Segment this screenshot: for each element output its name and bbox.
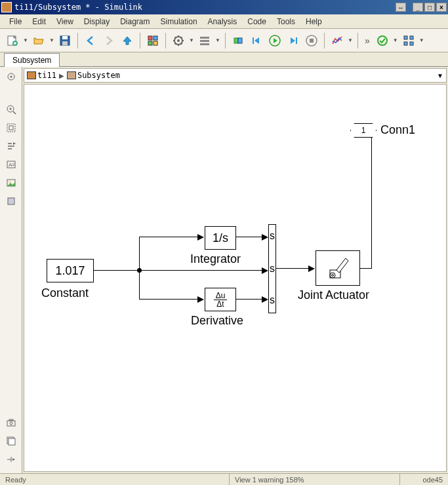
toggle-perspectives-icon[interactable]: [3, 452, 19, 467]
svg-rect-8: [153, 41, 157, 45]
viewmarks-icon[interactable]: [3, 434, 19, 448]
forward-button[interactable]: [100, 32, 117, 49]
area-icon[interactable]: [3, 194, 19, 208]
signal-line: [360, 268, 372, 269]
derivative-den: Δt: [214, 300, 226, 308]
zoom-in-icon[interactable]: [3, 102, 19, 117]
diagram-canvas[interactable]: 1.017 Constant 1/s Integrator Δu Δt Deri…: [24, 84, 447, 472]
data-inspector-dropdown[interactable]: ▼: [347, 37, 354, 43]
more-tools-button[interactable]: »: [362, 35, 373, 46]
breadcrumb-root[interactable]: ti11: [27, 71, 56, 80]
status-solver: ode45: [400, 474, 448, 485]
menu-edit[interactable]: Edit: [27, 16, 51, 28]
signal-line: [139, 237, 140, 271]
menu-analysis[interactable]: Analysis: [203, 16, 243, 28]
conn1-port[interactable]: 1: [350, 123, 377, 138]
svg-rect-15: [238, 38, 242, 43]
svg-rect-16: [253, 37, 254, 44]
new-model-button[interactable]: [4, 32, 21, 49]
conn1-num: 1: [361, 126, 366, 135]
model-icon: [27, 71, 36, 79]
step-forward-button[interactable]: [285, 32, 302, 49]
svg-rect-6: [153, 36, 157, 40]
hide-browser-icon[interactable]: [3, 69, 19, 84]
status-view: View 1 warning 158%: [230, 474, 400, 485]
config-dropdown[interactable]: ▼: [188, 37, 195, 43]
menu-help[interactable]: Help: [300, 16, 327, 28]
menu-tools[interactable]: Tools: [272, 16, 300, 28]
svg-rect-40: [9, 438, 15, 445]
screenshot-icon[interactable]: [3, 416, 19, 430]
derivative-label: Derivative: [191, 314, 243, 328]
save-button[interactable]: [56, 32, 73, 49]
explorer-bar-icon[interactable]: [3, 139, 19, 153]
svg-rect-30: [9, 126, 13, 130]
title-bar: ti11/Subsystem * - Simulink ↔ _ □ ×: [0, 0, 448, 14]
status-ready: Ready: [0, 474, 230, 485]
config-button[interactable]: [170, 32, 187, 49]
svg-rect-29: [7, 124, 15, 132]
back-button[interactable]: [82, 32, 99, 49]
annotation-icon[interactable]: A≡: [3, 157, 19, 172]
fast-restart-button[interactable]: [230, 32, 247, 49]
breadcrumb-dropdown[interactable]: ▼: [437, 72, 443, 79]
arrow-icon: [262, 234, 268, 241]
up-button[interactable]: [119, 32, 136, 49]
svg-rect-37: [9, 419, 13, 421]
new-dropdown[interactable]: ▼: [22, 37, 29, 43]
menu-display[interactable]: Display: [79, 16, 115, 28]
library-browser-button[interactable]: [144, 32, 161, 49]
build-button[interactable]: [374, 32, 391, 49]
svg-rect-13: [200, 43, 209, 45]
joint-actuator-block[interactable]: [316, 250, 360, 286]
integrator-text: 1/s: [213, 231, 228, 245]
app-icon: [1, 2, 12, 12]
signal-line: [139, 270, 262, 271]
close-button[interactable]: ×: [436, 3, 447, 12]
svg-rect-36: [7, 421, 15, 426]
integrator-block[interactable]: 1/s: [205, 226, 236, 250]
svg-text:A≡: A≡: [9, 162, 15, 168]
menu-code[interactable]: Code: [242, 16, 272, 28]
data-inspector-button[interactable]: [329, 32, 346, 49]
stop-button[interactable]: [303, 32, 320, 49]
joint-actuator-label: Joint Actuator: [298, 288, 369, 302]
breadcrumb-root-label: ti11: [37, 71, 56, 80]
svg-rect-7: [148, 41, 152, 45]
svg-rect-24: [404, 42, 407, 45]
main-area: A≡ ti11 ▶ Subsystem ▼ 1.017: [0, 67, 448, 473]
arrow-icon: [197, 234, 204, 241]
subsystem-icon: [67, 71, 76, 79]
svg-rect-22: [404, 36, 407, 39]
menu-simulation[interactable]: Simulation: [155, 16, 203, 28]
menu-diagram[interactable]: Diagram: [115, 16, 155, 28]
tab-subsystem[interactable]: Subsystem: [4, 53, 60, 67]
open-button[interactable]: [30, 32, 47, 49]
status-bar: Ready View 1 warning 158% ode45: [0, 473, 448, 485]
mux-port-3: s: [270, 294, 275, 306]
svg-point-10: [177, 39, 180, 42]
maximize-button[interactable]: □: [424, 3, 435, 12]
derivative-block[interactable]: Δu Δt: [205, 288, 236, 311]
minimize-button[interactable]: _: [413, 3, 423, 12]
model-explorer-button[interactable]: [196, 32, 213, 49]
tab-bar: Subsystem: [0, 52, 448, 67]
menu-file[interactable]: File: [4, 16, 27, 28]
breadcrumb-child[interactable]: Subsystem: [67, 71, 120, 80]
resize-h-button[interactable]: ↔: [396, 3, 406, 12]
run-button[interactable]: [266, 32, 283, 49]
open-dropdown[interactable]: ▼: [49, 37, 55, 43]
constant-value: 1.017: [55, 264, 85, 278]
svg-rect-5: [148, 36, 152, 40]
image-icon[interactable]: [3, 176, 19, 190]
deploy-dropdown[interactable]: ▼: [418, 37, 425, 43]
constant-block[interactable]: 1.017: [47, 259, 94, 282]
deploy-button[interactable]: [400, 32, 417, 49]
build-dropdown[interactable]: ▼: [392, 37, 399, 43]
model-explorer-dropdown[interactable]: ▼: [214, 37, 221, 43]
fit-to-view-icon[interactable]: [3, 121, 19, 135]
step-back-button[interactable]: [248, 32, 265, 49]
menu-view[interactable]: View: [51, 16, 79, 28]
svg-rect-25: [410, 42, 413, 45]
svg-rect-18: [296, 37, 297, 44]
